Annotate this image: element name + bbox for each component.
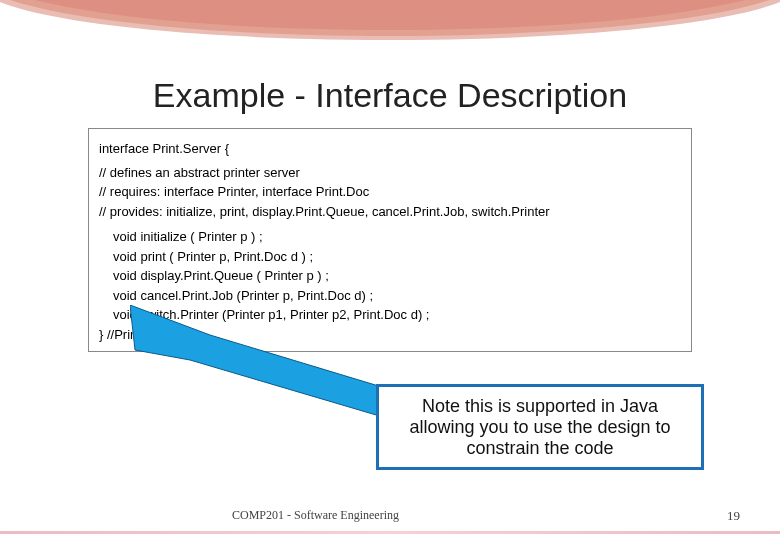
callout-box: Note this is supported in Java allowing … bbox=[376, 384, 704, 470]
footer-page-number: 19 bbox=[727, 508, 740, 524]
code-method-5: void switch.Printer (Printer p1, Printer… bbox=[113, 305, 681, 325]
slide: Example - Interface Description interfac… bbox=[0, 0, 780, 540]
code-listing: interface Print.Server { // defines an a… bbox=[88, 128, 692, 352]
footer: COMP201 - Software Engineering 19 bbox=[0, 508, 780, 528]
code-interface-line: interface Print.Server { bbox=[99, 139, 681, 159]
code-comment-3: // provides: initialize, print, display.… bbox=[99, 202, 681, 222]
code-comment-1: // defines an abstract printer server bbox=[99, 163, 681, 183]
footer-decoration bbox=[0, 531, 780, 534]
footer-course: COMP201 - Software Engineering bbox=[232, 508, 399, 523]
code-close-line: } //Print.Server bbox=[99, 325, 681, 345]
code-method-2: void print ( Printer p, Print.Doc d ) ; bbox=[113, 247, 681, 267]
code-comment-2: // requires: interface Printer, interfac… bbox=[99, 182, 681, 202]
callout-text: Note this is supported in Java allowing … bbox=[393, 396, 687, 459]
code-method-4: void cancel.Print.Job (Printer p, Print.… bbox=[113, 286, 681, 306]
header-decoration bbox=[0, 0, 780, 60]
code-method-3: void display.Print.Queue ( Printer p ) ; bbox=[113, 266, 681, 286]
slide-title: Example - Interface Description bbox=[0, 76, 780, 115]
code-method-1: void initialize ( Printer p ) ; bbox=[113, 227, 681, 247]
